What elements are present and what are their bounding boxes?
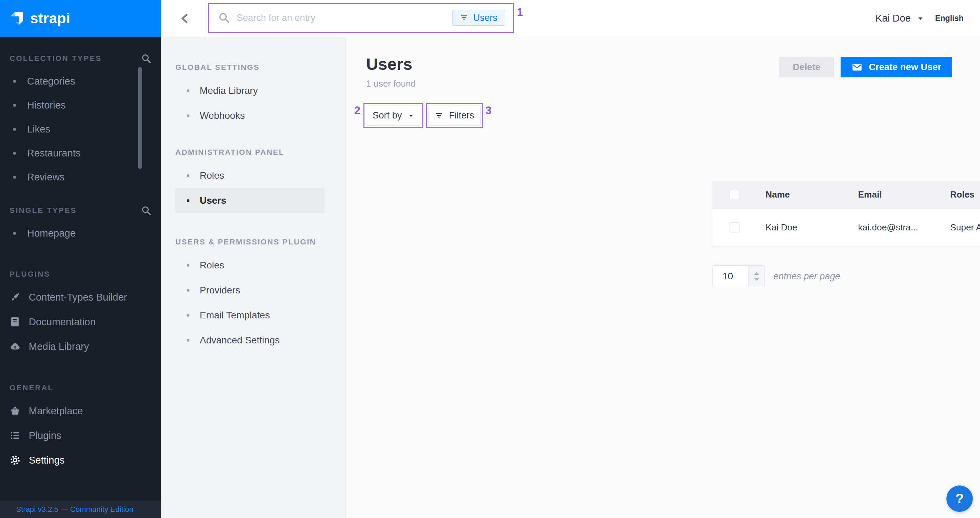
sidebar-nav: COLLECTION TYPES Categories Histories Li… — [0, 53, 161, 472]
annotation-box-search: Users 1 — [208, 3, 514, 33]
question-mark-icon: ? — [955, 491, 964, 506]
bullet-icon — [13, 176, 16, 179]
language-selector[interactable]: English — [935, 0, 964, 37]
create-new-user-button[interactable]: Create new User — [841, 57, 952, 77]
filters-button[interactable]: Filters — [428, 105, 480, 126]
annotation-box-sort: Sort by 2 — [363, 103, 423, 128]
delete-button[interactable]: Delete — [779, 57, 834, 77]
bullet-icon — [187, 174, 189, 177]
annotation-box-filters: Filters 3 — [426, 103, 483, 128]
page-title: Users — [366, 55, 416, 74]
filter-icon — [435, 111, 443, 120]
table-header-row: Name Email Roles Username Active User — [713, 181, 980, 209]
main-sidebar: strapi COLLECTION TYPES Categories Histo… — [0, 0, 161, 518]
sidebar-item-histories[interactable]: Histories — [10, 93, 151, 117]
bullet-icon — [13, 104, 16, 107]
cloud-upload-icon — [10, 341, 21, 352]
row-checkbox[interactable] — [730, 222, 740, 232]
bullet-icon — [13, 232, 16, 235]
settings-item-up-roles[interactable]: Roles — [175, 253, 325, 278]
chevron-left-icon — [179, 12, 191, 25]
search-icon[interactable] — [141, 53, 151, 64]
bullet-icon — [13, 80, 16, 83]
cell-name: Kai Doe — [765, 222, 858, 233]
section-collection-types: COLLECTION TYPES Categories Histories Li… — [0, 53, 161, 189]
settings-item-admin-users[interactable]: Users — [175, 188, 325, 213]
select-all-checkbox[interactable] — [730, 190, 740, 200]
back-button[interactable] — [176, 10, 194, 27]
section-plugins: PLUGINS Content-Types Builder Documentat… — [0, 269, 161, 359]
bullet-icon — [187, 114, 189, 117]
entries-per-page-label: entries per page — [773, 265, 840, 287]
bullet-icon — [187, 339, 189, 342]
section-title: COLLECTION TYPES — [10, 54, 102, 63]
bullet-icon — [187, 264, 189, 267]
sort-by-button[interactable]: Sort by — [366, 105, 421, 126]
search-icon — [218, 12, 230, 24]
user-name: Kai Doe — [875, 13, 911, 24]
users-table: Name Email Roles Username Active User Ka… — [713, 181, 980, 246]
envelope-icon — [851, 62, 862, 73]
caret-down-icon — [754, 278, 759, 281]
sidebar-item-settings[interactable]: Settings — [10, 448, 151, 472]
settings-section-title: USERS & PERMISSIONS PLUGIN — [175, 237, 345, 247]
user-menu[interactable]: Kai Doe — [875, 0, 924, 37]
bullet-icon — [187, 199, 189, 202]
help-button[interactable]: ? — [947, 485, 973, 512]
annotation-number-3: 3 — [485, 104, 492, 117]
cell-email: kai.doe@stra... — [858, 222, 950, 233]
section-title: GENERAL — [10, 383, 54, 392]
sidebar-item-categories[interactable]: Categories — [10, 69, 151, 93]
sidebar-item-media-library[interactable]: Media Library — [10, 334, 151, 359]
search-collection-tag[interactable]: Users — [452, 10, 505, 26]
page-subtitle: 1 user found — [366, 78, 416, 89]
strapi-logo-icon — [9, 11, 25, 26]
sidebar-item-homepage[interactable]: Homepage — [10, 221, 151, 245]
settings-item-webhooks[interactable]: Webhooks — [175, 103, 325, 128]
filter-icon — [460, 14, 468, 22]
caret-down-icon — [917, 15, 924, 22]
settings-item-email-templates[interactable]: Email Templates — [175, 303, 325, 327]
bullet-icon — [187, 314, 189, 317]
book-icon — [10, 316, 21, 327]
section-title: PLUGINS — [10, 270, 50, 279]
search-icon[interactable] — [141, 205, 151, 216]
sidebar-item-documentation[interactable]: Documentation — [10, 310, 151, 334]
column-header-roles[interactable]: Roles — [950, 189, 980, 200]
sidebar-item-plugins[interactable]: Plugins — [10, 423, 151, 448]
column-header-name[interactable]: Name — [765, 189, 858, 200]
sidebar-item-reviews[interactable]: Reviews — [10, 165, 151, 189]
sidebar-item-restaurants[interactable]: Restaurants — [10, 141, 151, 165]
section-title: SINGLE TYPES — [10, 206, 77, 215]
strapi-logo[interactable]: strapi — [0, 0, 161, 37]
sidebar-item-likes[interactable]: Likes — [10, 117, 151, 141]
brush-icon — [10, 292, 21, 303]
topbar-divider — [205, 0, 206, 37]
settings-section-title: GLOBAL SETTINGS — [175, 62, 345, 73]
settings-item-admin-roles[interactable]: Roles — [175, 163, 325, 188]
page-header: Users 1 user found Delete Create new Use… — [366, 55, 952, 89]
settings-item-media-library[interactable]: Media Library — [175, 78, 325, 103]
caret-down-icon — [408, 113, 414, 119]
bullet-icon — [187, 89, 189, 92]
sidebar-item-marketplace[interactable]: Marketplace — [10, 399, 151, 423]
bullet-icon — [13, 128, 16, 131]
list-icon — [10, 430, 21, 441]
entries-per-page-select[interactable]: 10 — [713, 265, 765, 287]
settings-item-advanced-settings[interactable]: Advanced Settings — [175, 327, 325, 353]
section-single-types: SINGLE TYPES Homepage — [0, 205, 161, 245]
sidebar-footer: Strapi v3.2.5 — Community Edition — [0, 501, 161, 518]
cell-roles: Super Admin — [950, 222, 980, 233]
annotation-number-1: 1 — [517, 6, 523, 19]
settings-item-providers[interactable]: Providers — [175, 278, 325, 303]
column-header-email[interactable]: Email — [858, 189, 950, 200]
version-link[interactable]: Strapi v3.2.5 — Community Edition — [16, 505, 133, 514]
sidebar-item-content-types-builder[interactable]: Content-Types Builder — [10, 285, 151, 310]
caret-up-icon — [754, 272, 759, 275]
table-row[interactable]: Kai Doe kai.doe@stra... Super Admin - Ac… — [713, 209, 980, 246]
search-input[interactable] — [230, 13, 452, 23]
stepper-icon[interactable] — [748, 266, 764, 287]
sidebar-scrollbar[interactable] — [138, 67, 142, 169]
settings-sidebar: GLOBAL SETTINGS Media Library Webhooks A… — [161, 37, 346, 518]
section-general: GENERAL Marketplace Plugins Settings — [0, 383, 161, 472]
